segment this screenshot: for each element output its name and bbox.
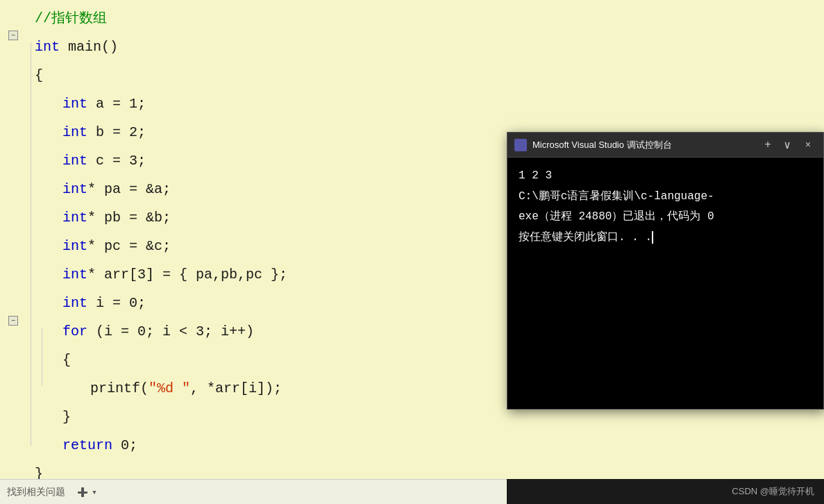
code-line-2: int main(): [35, 33, 514, 61]
cursor: [652, 231, 653, 244]
code-line-9: int* pc = &c;: [35, 232, 514, 260]
code-line-3: {: [35, 61, 514, 90]
wrench-icon: [76, 486, 89, 498]
console-close-button[interactable]: ×: [800, 137, 816, 153]
code-line-15: }: [35, 403, 514, 431]
toolbar-icon[interactable]: ▾: [76, 486, 97, 498]
output-line-2: C:\鹏哥c语言暑假集训\c-language-: [519, 188, 812, 206]
dropdown-indicator[interactable]: ▾: [92, 487, 97, 498]
console-body: 1 2 3 C:\鹏哥c语言暑假集训\c-language- exe（进程 24…: [507, 158, 823, 259]
code-line-5: int b = 2;: [35, 118, 514, 146]
code-line-1: //指针数组: [35, 4, 514, 33]
code-line-14: printf("%d ", *arr[i]);: [35, 374, 514, 403]
comment-text: //指针数组: [35, 4, 107, 33]
code-line-13: {: [35, 346, 514, 374]
svg-rect-1: [81, 487, 84, 497]
csdn-bar: CSDN @睡觉待开机: [507, 479, 824, 504]
console-app-icon: [514, 139, 527, 151]
console-titlebar: Microsoft Visual Studio 调试控制台 + ∨ ×: [507, 133, 823, 158]
code-line-12: for (i = 0; i < 3; i++): [35, 317, 514, 346]
console-chevron-button[interactable]: ∨: [777, 137, 797, 153]
console-window: Microsoft Visual Studio 调试控制台 + ∨ × 1 2 …: [507, 132, 824, 410]
output-line-4: 按任意键关闭此窗口. . .: [519, 229, 812, 247]
output-line-3: exe（进程 24880）已退出，代码为 0: [519, 208, 812, 226]
search-label: 找到相关问题: [7, 486, 65, 498]
code-line-4: int a = 1;: [35, 90, 514, 118]
main-func: main(): [60, 33, 118, 61]
bottom-bar: 找到相关问题 ▾: [0, 479, 514, 504]
code-content: //指针数组 int main() { int a = 1; int b = 2…: [0, 0, 514, 479]
code-line-8: int* pb = &b;: [35, 203, 514, 232]
console-title-text: Microsoft Visual Studio 调试控制台: [532, 139, 758, 151]
output-line-1: 1 2 3: [519, 167, 812, 185]
csdn-watermark: CSDN @睡觉待开机: [732, 485, 814, 498]
code-line-7: int* pa = &a;: [35, 175, 514, 203]
code-line-11: int i = 0;: [35, 289, 514, 317]
code-editor: − − //指针数组 int main() { int a = 1; int b…: [0, 0, 514, 504]
code-line-6: int c = 3;: [35, 146, 514, 175]
code-line-16: return 0;: [35, 431, 514, 460]
code-line-10: int* arr[3] = { pa,pb,pc };: [35, 260, 514, 289]
kw-int-main: int: [35, 33, 60, 61]
console-plus-button[interactable]: +: [758, 137, 777, 153]
